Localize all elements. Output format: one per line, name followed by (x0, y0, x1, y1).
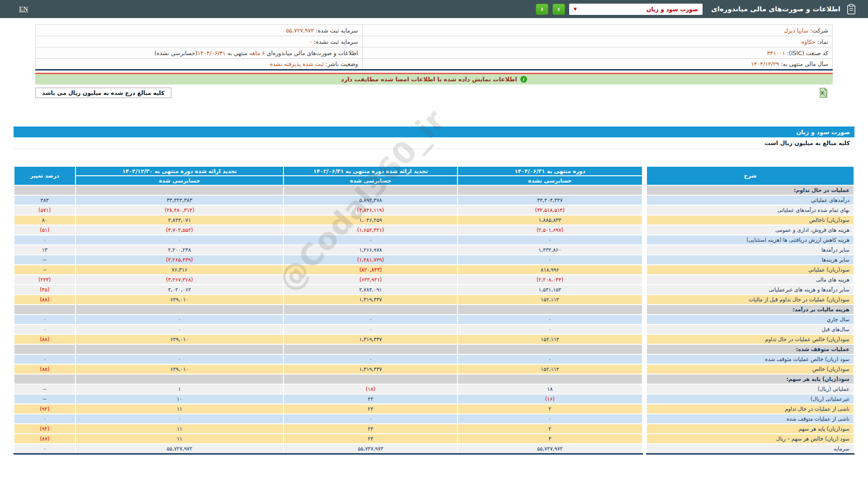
value-cell: ۱,۳۱۹,۳۳۷ (283, 334, 458, 344)
value-cell: (۳,۷۰۲,۵۵۴) (75, 225, 284, 235)
value-cell: ۵,۸۹۲,۳۷۸ (283, 195, 458, 205)
table-row: بهای تمام شده درآمدهای عملیاتی(۳۲,۵۱۸,۵۱… (14, 205, 854, 215)
value-cell: ۰ (458, 354, 642, 364)
percent-change-cell: (۹۲) (14, 404, 75, 414)
value-cell: (۱,۴۸۱,۷۴۹) (283, 255, 458, 265)
value-cell (458, 305, 642, 314)
section-header-row: عملیات در حال تداوم: (14, 185, 854, 195)
value-cell (75, 305, 284, 314)
value-cell: ۲,۲۰۰,۲۳۸ (75, 245, 284, 255)
table-row: سود(زیان) ناخالص۱,۸۸۵,۸۳۳۱,۰۴۶,۲۵۹۴,۸۴۴,… (14, 215, 854, 225)
table-row: ناشی از عملیات در حال تداوم۲۲۴۱۱(۹۲) (14, 404, 854, 414)
table-row: سایر درآمدها۱,۴۳۴,۸۶۰۱,۲۶۶,۹۷۸۲,۲۰۰,۲۳۸۱… (14, 245, 854, 255)
separator-cell (642, 414, 646, 424)
codal-statement-page: { "topbar": { "en_label": "EN", "title":… (0, 0, 868, 488)
row-label: سایر درآمدها و هزینه های غیرعملیاتی (646, 285, 854, 295)
value-cell: ۱۱ (75, 434, 284, 444)
value-cell: ۶۲۹,۰۱۰ (75, 295, 284, 305)
row-label: سود(زیان) ناخالص (646, 215, 854, 225)
row-label: سال‌های قبل (646, 324, 854, 334)
value-cell: (۱۶) (458, 394, 642, 404)
nav-forward-button[interactable]: › (552, 4, 565, 15)
value-cell: ۲۴ (283, 404, 458, 414)
percent-change-cell (14, 185, 75, 195)
value-cell: ۱,۳۱۹,۳۳۷ (283, 364, 458, 374)
report-period-text: اطلاعات و صورت‌های مالی میاندوره‌ای (265, 50, 358, 56)
value-cell (75, 185, 284, 195)
report-period-months: ۶ ماهه (250, 50, 265, 56)
separator-cell (642, 225, 646, 235)
company-label: شرکت: (810, 27, 828, 34)
value-cell: ۲ (458, 404, 642, 414)
value-cell: ۰ (283, 354, 458, 364)
company-info-table: شرکت: سایپا دیزل سرمایه ثبت شده: ۵۵,۷۲۷,… (35, 24, 833, 70)
separator-cell (642, 305, 646, 314)
separator-cell (642, 444, 646, 454)
statement-type-select[interactable]: صورت سود و زیان ▼ (569, 4, 703, 15)
income-statement-table: شرح دوره منتهی به ۱۴۰۴/۰۶/۳۱ تجدید ارائه… (14, 166, 854, 455)
value-cell: ۱۱ (75, 404, 284, 414)
table-row: سود(زیان) خالص عملیات در حال تداوم۱۵۲,۱۱… (14, 334, 854, 344)
row-label: عملیات در حال تداوم: (646, 185, 854, 195)
separator-cell (642, 434, 646, 444)
percent-change-cell (14, 344, 75, 354)
value-cell: (۱۸) (283, 384, 458, 394)
value-cell: ۰ (283, 414, 458, 424)
percent-change-cell: -- (14, 394, 75, 404)
section-header-row: سود(زیان) پایه هر سهم: (14, 374, 854, 384)
value-cell: (۱,۶۵۲,۳۲۱) (283, 225, 458, 235)
language-toggle-link[interactable]: EN (19, 5, 28, 13)
value-cell: ۱,۰۴۶,۲۵۹ (283, 215, 458, 225)
value-cell (75, 374, 284, 384)
unregistered-capital-label: سرمایه ثبت نشده: (314, 38, 358, 45)
excel-export-icon[interactable] (819, 87, 828, 99)
value-cell: ۰ (283, 314, 458, 324)
amounts-unit-note-box: کلیه مبالغ درج شده به میلیون ریال می باش… (35, 88, 171, 98)
percent-change-cell: (۸۸) (14, 295, 75, 305)
separator-cell (642, 394, 646, 404)
registered-capital-cell: سرمایه ثبت شده: ۵۵,۷۲۷,۹۷۲ (36, 25, 363, 36)
table-row: سود (زیان) خالص هر سهم – ریال۳۲۴۱۱(۸۷) (14, 434, 854, 444)
statement-type-selected-value: صورت سود و زیان (646, 6, 698, 13)
value-cell (75, 344, 284, 354)
percent-change-cell: (۵۷۱) (14, 205, 75, 215)
row-label: سایر درآمدها (646, 245, 854, 255)
separator-cell (642, 424, 646, 434)
table-row: سود(زیان) عملیاتي۸۱۸,۹۹۶(۸۲۰,۸۳۳)۷۶,۳۱۶-… (14, 265, 854, 275)
row-label: هزینه های فروش، اداری و عمومی (646, 225, 854, 235)
table-row: سود(زیان) پایه هر سهم۲۲۴۱۱(۹۲) (14, 424, 854, 434)
statement-unit-note: کلیه مبالغ به میلیون ریال است (14, 137, 854, 149)
company-value: سایپا دیزل (784, 27, 808, 34)
table-row: سال‌های قبل۰۰۰۰ (14, 324, 854, 334)
value-cell: ۵۵,۷۲۷,۹۷۲ (75, 444, 284, 454)
symbol-value: خکاوه (802, 38, 816, 45)
table-body: عملیات در حال تداوم:درآمدهای عملیاتي۳۴,۴… (14, 185, 854, 454)
income-statement-section: @Codal360_ir صورت سود و زیان کلیه مبالغ … (0, 127, 868, 455)
value-cell: (۳,۴۶۷,۳۶۸) (75, 275, 284, 285)
percent-change-cell: ۰ (14, 444, 75, 454)
value-cell: ۶۲۹,۰۱۰ (75, 334, 284, 344)
clipboard-icon (846, 4, 856, 15)
table-row: سود (زیان) خالص عملیات متوقف شده۰۰۰۰ (14, 354, 854, 364)
row-label: ناشی از عملیات در حال تداوم (646, 404, 854, 414)
row-label: ناشی از عملیات متوقف شده (646, 414, 854, 424)
row-label: هزینه کاهش ارزش دریافتنی ها (هزینه استثن… (646, 235, 854, 245)
value-cell (283, 305, 458, 314)
percent-change-cell: ۱۳ (14, 245, 75, 255)
percent-change-cell: -- (14, 384, 75, 394)
isic-value: ۳۴۱۰۰۱ (767, 50, 785, 56)
percent-change-cell: ۴۸۴ (14, 195, 75, 205)
table-row: سایر درآمدها و هزینه های غیرعملیاتی۱,۵۴۱… (14, 285, 854, 295)
separator-cell (642, 205, 646, 215)
info-icon: i (520, 76, 527, 83)
value-cell: ۵۵,۷۲۷,۹۷۲ (283, 444, 458, 454)
value-cell: ۰ (75, 235, 284, 245)
value-cell: ۰ (458, 314, 642, 324)
separator-cell (642, 334, 646, 344)
value-cell: (۲۸,۴۸۰,۳۱۲) (75, 205, 284, 215)
nav-back-button[interactable]: ‹ (536, 4, 548, 15)
table-row: سرمایه۵۵,۷۲۷,۹۷۲۵۵,۷۲۷,۹۷۲۵۵,۷۲۷,۹۷۲۰ (14, 444, 854, 454)
value-cell: ۱,۴۳۴,۸۶۰ (458, 245, 642, 255)
row-label: عملیات متوقف شده: (646, 344, 854, 354)
percent-change-cell: (۸۷) (14, 434, 75, 444)
